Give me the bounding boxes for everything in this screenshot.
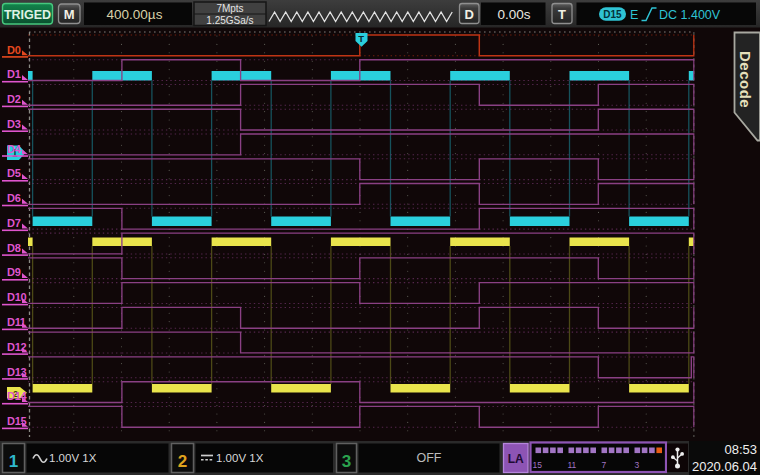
- svg-text:3: 3: [635, 460, 640, 470]
- svg-text:0.00s: 0.00s: [497, 7, 530, 22]
- svg-text:D4: D4: [7, 143, 22, 155]
- svg-text:3: 3: [342, 452, 351, 471]
- svg-text:2020.06.04: 2020.06.04: [692, 459, 757, 474]
- svg-text:Decode: Decode: [737, 51, 754, 108]
- svg-text:TRIGED: TRIGED: [4, 8, 51, 22]
- svg-text:OFF: OFF: [417, 451, 442, 465]
- svg-text:D1: D1: [7, 68, 21, 80]
- svg-text:E: E: [630, 8, 638, 22]
- svg-text:D9: D9: [7, 266, 21, 278]
- svg-text:LA: LA: [508, 452, 524, 466]
- svg-text:400.00µs: 400.00µs: [107, 7, 163, 22]
- svg-text:7Mpts: 7Mpts: [216, 3, 243, 14]
- svg-text:DC 1.400V: DC 1.400V: [659, 8, 721, 22]
- svg-text:7: 7: [602, 460, 607, 470]
- svg-text:M: M: [64, 7, 75, 22]
- svg-text:11: 11: [568, 460, 577, 470]
- svg-text:T: T: [558, 7, 566, 22]
- svg-text:08:53: 08:53: [724, 442, 757, 457]
- svg-text:1.00V 1X: 1.00V 1X: [49, 452, 97, 464]
- svg-text:1.00V 1X: 1.00V 1X: [216, 452, 264, 464]
- svg-text:D15: D15: [603, 9, 622, 20]
- svg-text:1.25GSa/s: 1.25GSa/s: [206, 15, 253, 26]
- svg-text:D6: D6: [7, 192, 21, 204]
- svg-text:15: 15: [533, 460, 543, 470]
- svg-text:D2: D2: [7, 93, 21, 105]
- svg-text:T: T: [358, 33, 364, 44]
- svg-text:D: D: [465, 7, 474, 22]
- svg-text:1: 1: [9, 452, 18, 471]
- svg-text:D5: D5: [7, 167, 21, 179]
- svg-text:D0: D0: [7, 44, 21, 56]
- svg-text:D8: D8: [7, 242, 21, 254]
- svg-text:D7: D7: [7, 217, 21, 229]
- svg-text:2: 2: [178, 452, 187, 471]
- svg-text:D3: D3: [7, 118, 21, 130]
